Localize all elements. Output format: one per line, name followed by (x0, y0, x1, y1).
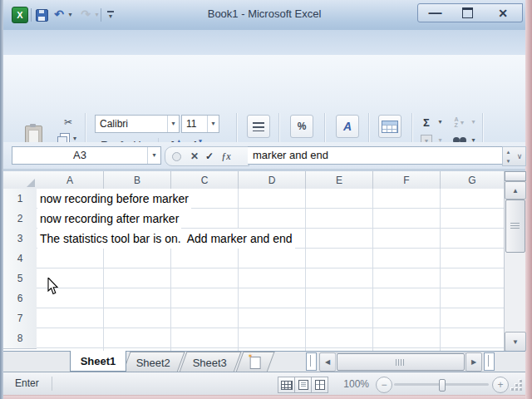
excel-window: X ↶ ▾ ↷ ▾ ▾ Book1 - Microsoft Excel — ✕ … (0, 0, 532, 399)
name-box-value: A3 (12, 147, 147, 164)
number-iconbox: % (290, 115, 313, 138)
select-all-corner[interactable] (3, 171, 37, 190)
row-header-1[interactable]: 1 (3, 189, 37, 209)
zoom-out-button[interactable]: − (376, 377, 392, 393)
column-header-b[interactable]: B (104, 171, 171, 190)
font-size-dropdown[interactable]: ▾ (207, 116, 219, 132)
minimize-button[interactable]: — (417, 3, 453, 22)
cut-button[interactable]: ✂ (57, 115, 80, 130)
cell-styles-icon: A (343, 120, 352, 133)
vertical-split-handle[interactable] (505, 171, 526, 181)
formula-input[interactable]: marker and end (248, 146, 505, 165)
scroll-down-button[interactable]: ▼ (505, 332, 526, 352)
row-header-6[interactable]: 6 (3, 288, 37, 309)
scroll-right-button[interactable]: ▶ (466, 352, 482, 372)
sheet-tab-sheet3[interactable]: Sheet3 (179, 352, 241, 372)
formula-buttons: ✕ ✓ ƒx (165, 146, 249, 166)
column-header-f[interactable]: F (373, 171, 441, 190)
cancel-entry-button[interactable]: ✕ (187, 149, 202, 164)
page-break-view-button[interactable] (311, 377, 328, 393)
mouse-cursor (47, 278, 59, 295)
name-box[interactable]: A3 ▾ (12, 146, 161, 165)
sheet2-label: Sheet2 (136, 357, 170, 369)
vertical-scroll-thumb[interactable] (505, 200, 525, 253)
scroll-up-icon: ▲ (503, 147, 514, 156)
column-header-c[interactable]: C (171, 171, 239, 190)
sheet-tab-sheet1[interactable]: Sheet1 (70, 351, 126, 372)
autosum-dropdown[interactable]: ▾ (436, 115, 445, 130)
enter-entry-button[interactable]: ✓ (202, 149, 217, 164)
sheet3-label: Sheet3 (193, 357, 227, 369)
page-layout-view-button[interactable] (294, 377, 312, 393)
formula-bar-scroll[interactable]: ▲ ▼ (502, 146, 515, 166)
chevron-down-icon: ▾ (152, 152, 155, 159)
font-name-combo[interactable]: Calibri ▾ (95, 115, 180, 133)
ribbon-tab-row: File Home Insert Page Layout Formulas Da… (3, 30, 525, 55)
row-header-7[interactable]: 7 (3, 308, 37, 329)
font-name-dropdown[interactable]: ▾ (167, 116, 179, 132)
scroll-up-button[interactable]: ▲ (505, 181, 526, 200)
page-break-icon (315, 380, 325, 390)
column-header-g[interactable]: G (441, 171, 504, 190)
ribbon: Paste ▾ ✂ ▾ Clipboard Calibri ▾ 11 ▾ B I… (3, 55, 525, 143)
formula-bar: A3 ▾ ✕ ✓ ƒx marker and end ▲ ▼ ∨ (3, 142, 525, 171)
thumb-grip (510, 223, 520, 229)
chevron-down-icon: ▾ (73, 135, 76, 142)
sheet-tab-sheet2[interactable]: Sheet2 (122, 352, 185, 372)
normal-view-button[interactable] (278, 377, 295, 393)
chevron-down-icon: ▾ (211, 121, 214, 127)
normal-view-icon (281, 381, 293, 390)
tab-split-handle[interactable] (306, 352, 317, 371)
reference-circle-icon (172, 152, 181, 161)
cells-table-icon (382, 121, 398, 133)
font-size-combo[interactable]: 11 ▾ (181, 115, 219, 133)
autosum-button[interactable]: Σ (417, 115, 436, 130)
row-header-3[interactable]: 3 (3, 229, 37, 249)
font-name-value: Calibri (96, 118, 167, 130)
column-header-e[interactable]: E (306, 171, 373, 190)
row-header-5[interactable]: 5 (3, 268, 37, 289)
title-bar: X ↶ ▾ ↷ ▾ ▾ Book1 - Microsoft Excel — ✕ (3, 0, 525, 30)
cell-a3[interactable]: The statistics tool bar is on. Add marke… (37, 229, 295, 249)
cells-iconbox (378, 115, 401, 138)
insert-sheet-icon (249, 357, 260, 369)
maximize-button[interactable] (451, 3, 485, 22)
status-bar: Enter 100% − + (3, 372, 525, 395)
sort-filter-button[interactable]: AZ ▼ (451, 115, 469, 130)
styles-iconbox: A (336, 115, 359, 138)
column-header-a[interactable]: A (37, 171, 104, 190)
sort-filter-icon: AZ ▼ (455, 116, 466, 128)
page-layout-icon (298, 380, 308, 390)
row-header-8[interactable]: 8 (3, 328, 37, 349)
status-separator (52, 377, 52, 391)
align-center-icon (253, 122, 264, 131)
row-header-2[interactable]: 2 (3, 209, 37, 229)
scroll-left-button[interactable]: ◀ (319, 352, 336, 372)
zoom-in-button[interactable]: + (492, 377, 509, 393)
alignment-iconbox (247, 115, 270, 138)
name-box-dropdown[interactable]: ▾ (147, 147, 160, 164)
zoom-level-label[interactable]: 100% (334, 378, 369, 390)
insert-function-button[interactable]: ƒx (217, 149, 235, 164)
expand-formula-bar-button[interactable]: ∨ (514, 146, 526, 166)
sort-filter-dropdown[interactable]: ▾ (469, 115, 478, 130)
cell-a2[interactable]: now recording after marker (37, 209, 181, 229)
cell-a1[interactable]: now recording before marker (37, 189, 191, 209)
tab-split-handle-right[interactable] (484, 352, 495, 371)
thumb-grip (396, 359, 406, 366)
resize-grip[interactable] (510, 379, 522, 391)
window-border-right (525, 0, 532, 399)
zoom-slider-handle[interactable] (439, 379, 446, 392)
percent-icon: % (298, 121, 307, 132)
scroll-down-icon: ▼ (503, 156, 514, 165)
select-all-triangle (27, 179, 35, 187)
row-header-4[interactable]: 4 (3, 249, 37, 269)
font-size-value: 11 (182, 118, 207, 130)
close-button[interactable]: ✕ (484, 3, 523, 22)
maximize-icon (462, 7, 473, 18)
horizontal-scroll-thumb[interactable] (337, 353, 465, 371)
chevron-down-icon: ▾ (171, 121, 175, 127)
column-header-d[interactable]: D (239, 171, 306, 190)
status-mode: Enter (15, 377, 39, 389)
